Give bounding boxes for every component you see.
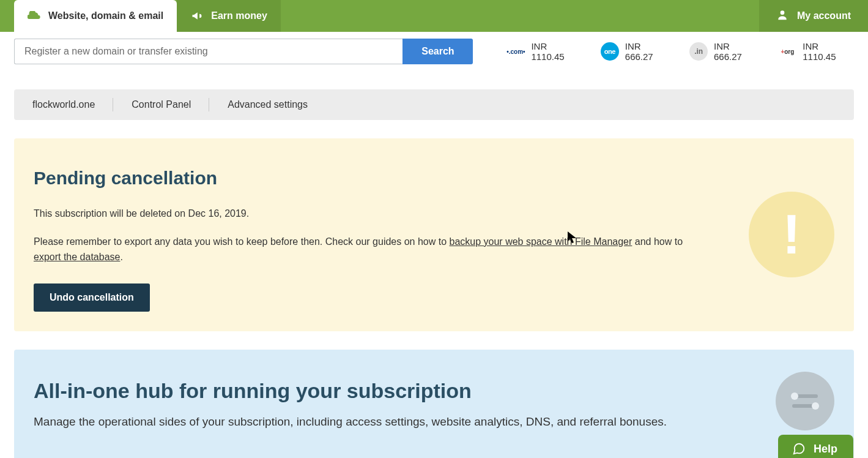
hub-title: All-in-one hub for running your subscrip… xyxy=(34,379,834,403)
topbar: Website, domain & email Earn money My ac… xyxy=(0,0,868,32)
tld-org[interactable]: +org INR 1110.45 xyxy=(778,41,854,62)
my-account-button[interactable]: My account xyxy=(759,0,868,32)
help-button[interactable]: Help xyxy=(778,435,853,458)
breadcrumb-domain[interactable]: flockworld.one xyxy=(14,99,113,110)
breadcrumb-control-panel[interactable]: Control Panel xyxy=(113,99,209,110)
link-backup-filemanager[interactable]: backup your web space with File Manager xyxy=(450,236,632,247)
help-label: Help xyxy=(814,443,837,456)
tab-label: Website, domain & email xyxy=(48,10,163,21)
tld-one-price: INR 666.27 xyxy=(625,41,671,62)
chat-icon xyxy=(792,442,806,456)
tab-earn-money[interactable]: Earn money xyxy=(177,0,281,32)
tld-org-price: INR 1110.45 xyxy=(803,41,854,62)
svg-point-0 xyxy=(781,10,785,15)
tld-in[interactable]: .in INR 666.27 xyxy=(689,41,760,62)
undo-cancellation-button[interactable]: Undo cancellation xyxy=(34,283,150,312)
tld-com-price: INR 1110.45 xyxy=(531,41,582,62)
alert-icon: ! xyxy=(749,192,834,277)
tab-website-domain-email[interactable]: Website, domain & email xyxy=(14,0,177,32)
domain-search-input[interactable] xyxy=(14,39,402,64)
tld-price-list: •.com• INR 1110.45 one INR 666.27 .in IN… xyxy=(506,41,854,62)
tld-com[interactable]: •.com• INR 1110.45 xyxy=(506,41,582,62)
tld-one[interactable]: one INR 666.27 xyxy=(601,41,671,62)
hub-card: All-in-one hub for running your subscrip… xyxy=(14,350,854,458)
pending-cancellation-card: Pending cancellation This subscription w… xyxy=(14,138,854,331)
search-box: Search xyxy=(14,39,473,64)
tab-label: Earn money xyxy=(211,10,267,21)
alert-line1: This subscription will be deleted on Dec… xyxy=(34,206,707,222)
exclamation-icon: ! xyxy=(782,207,801,262)
alert-line2: Please remember to export any data you w… xyxy=(34,234,707,265)
breadcrumb-advanced-settings[interactable]: Advanced settings xyxy=(209,99,326,110)
breadcrumb-bar: flockworld.one Control Panel Advanced se… xyxy=(14,89,854,120)
alert-title: Pending cancellation xyxy=(34,168,834,189)
topbar-spacer xyxy=(281,0,759,32)
megaphone-icon xyxy=(190,10,204,21)
tld-com-icon: •.com• xyxy=(506,42,525,61)
cloud-icon xyxy=(28,10,41,21)
tld-org-icon: +org xyxy=(778,42,796,61)
settings-icon xyxy=(776,372,834,430)
link-export-database[interactable]: export the database xyxy=(34,252,120,262)
tld-in-icon: .in xyxy=(689,42,708,61)
account-label: My account xyxy=(797,10,851,21)
user-icon xyxy=(776,9,788,23)
search-button[interactable]: Search xyxy=(402,39,473,64)
tld-one-icon: one xyxy=(601,42,619,61)
hub-desc: Manage the operational sides of your sub… xyxy=(34,415,707,429)
search-row: Search •.com• INR 1110.45 one INR 666.27… xyxy=(0,32,868,71)
tld-in-price: INR 666.27 xyxy=(714,41,760,62)
